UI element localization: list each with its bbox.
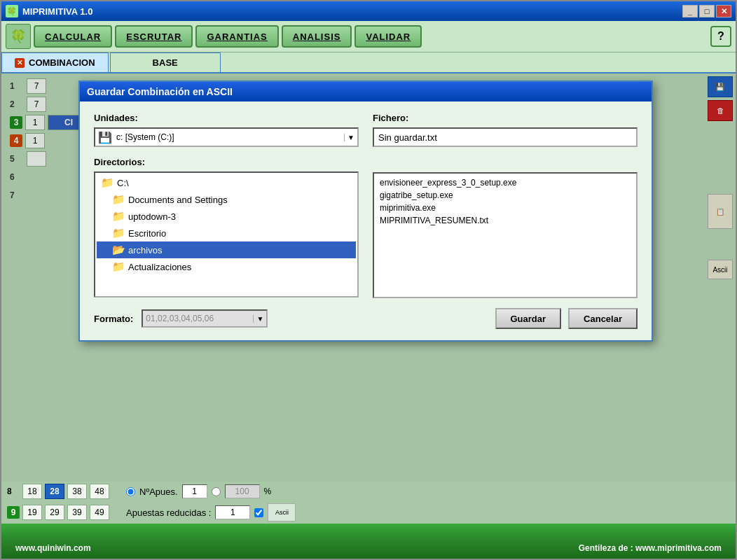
napues-label: NºApues. [139,486,178,497]
directorios-col: Directorios: 📁 C:\ 📁 [94,157,359,298]
drive-icon: 💾 [98,131,112,144]
reducidas-label: Apuestas reducidas : [126,507,211,518]
directory-list[interactable]: 📁 C:\ 📁 Documents and Settings [94,172,359,298]
num-19: 19 [22,505,42,520]
garantias-button[interactable]: GARANTIAS [195,25,278,48]
tab-combinacion[interactable]: ✕ COMBINACION [1,52,109,72]
dropdown-arrow-icon[interactable]: ▼ [344,134,354,141]
title-bar: 🍀 MIPRIMITIVA 1.0 _ □ ✕ [1,1,736,21]
file-item-3[interactable]: miprimitiva.exe [377,202,633,214]
dialog-buttons: Guardar Cancelar [495,308,638,329]
dir-item-actualizaciones[interactable]: 📁 Actualizaciones [97,258,356,275]
num-38: 38 [67,484,87,499]
dir-item-label: Escritorio [128,228,166,239]
fichero-input[interactable] [373,127,638,147]
folder-icon: 📁 [101,176,114,189]
unidades-value: c: [System (C:)] [116,132,344,142]
validar-button[interactable]: VALIDAR [354,25,422,48]
tab-close-icon[interactable]: ✕ [15,58,25,68]
napues-input[interactable] [182,484,207,498]
save-dialog: Guardar Combinación en ASCII Unidades: 💾… [78,80,653,342]
row-label-9: 9 [7,506,20,519]
formato-dropdown-icon[interactable]: ▼ [253,315,263,323]
file-list[interactable]: envisioneer_express_3_0_setup.exe gigatr… [373,172,638,298]
number-row-9-area: 9 19 29 39 49 Apuestas reducidas : Ascii [1,501,736,524]
fichero-label: Fichero: [373,113,638,123]
numbers-area: 1 7 2 7 3 1 CI 4 1 5 [1,74,736,482]
dialog-overlay: Guardar Combinación en ASCII Unidades: 💾… [1,74,736,482]
dir-list-items: 📁 C:\ 📁 Documents and Settings [95,173,357,276]
folder-icon: 📁 [112,193,125,206]
footer-right: Gentileza de : www.miprimitiva.com [579,543,722,553]
number-row-8-area: 8 18 28 38 48 NºApues. % [1,482,736,501]
grass-decoration-bottom [1,524,736,538]
tab-base[interactable]: BASE [110,52,221,72]
folder-icon: 📁 [112,210,125,223]
pct-input [225,484,260,498]
dir-item-escritorio[interactable]: 📁 Escritorio [97,225,356,241]
dialog-body: Unidades: 💾 c: [System (C:)] ▼ Fichero: [80,102,652,340]
footer-left: www.quiniwin.com [15,543,91,553]
main-window: 🍀 MIPRIMITIVA 1.0 _ □ ✕ 🍀 CALCULAR ESCRU… [0,0,737,560]
dialog-title-bar: Guardar Combinación en ASCII [80,82,652,102]
footer: www.quiniwin.com Gentileza de : www.mipr… [1,538,736,559]
escrutar-button[interactable]: ESCRUTAR [115,25,193,48]
file-item-2[interactable]: gigatribe_setup.exe [377,189,633,202]
num-48: 48 [90,484,109,499]
folder-icon: 📁 [112,227,125,239]
dir-item-label: C:\ [117,178,129,188]
toolbar: 🍀 CALCULAR ESCRUTAR GARANTIAS ANALISIS V… [1,21,736,52]
radio-pct[interactable] [212,487,221,496]
unidades-col: Unidades: 💾 c: [System (C:)] ▼ [94,113,359,147]
title-bar-left: 🍀 MIPRIMITIVA 1.0 [6,5,92,18]
dir-item-archivos[interactable]: 📂 archivos [97,241,356,258]
ascii-button[interactable]: Ascii [268,503,296,522]
dir-item-uptodown[interactable]: 📁 uptodown-3 [97,208,356,225]
window-title: MIPRIMITIVA 1.0 [22,6,92,17]
tab-bar: ✕ COMBINACION BASE [1,52,736,74]
reducidas-checkbox[interactable] [254,508,263,517]
radio-napues[interactable] [126,487,135,496]
app-icon: 🍀 [6,5,18,18]
app-logo-icon: 🍀 [6,24,31,49]
dialog-mid-row: Directorios: 📁 C:\ 📁 [94,157,638,298]
maximize-button[interactable]: □ [699,5,715,18]
analisis-button[interactable]: ANALISIS [282,25,352,48]
calcular-button[interactable]: CALCULAR [34,25,112,48]
tab-combinacion-label: COMBINACION [29,57,95,68]
fichero-col: Fichero: [373,113,638,147]
num-18: 18 [22,484,42,499]
formato-value: 01,02,03,04,05,06 [146,314,253,323]
title-bar-buttons: _ □ ✕ [682,5,731,18]
dialog-title-text: Guardar Combinación en ASCII [87,86,233,97]
dir-item-label: Documents and Settings [128,195,228,205]
napues-section: NºApues. % [126,484,271,498]
folder-icon: 📁 [112,260,125,273]
files-col: envisioneer_express_3_0_setup.exe gigatr… [373,157,638,298]
content-area: 1 7 2 7 3 1 CI 4 1 5 [1,74,736,538]
dir-item-docset[interactable]: 📁 Documents and Settings [97,191,356,208]
dir-item-label: uptodown-3 [128,211,176,222]
file-item-4[interactable]: MIPRIMITIVA_RESUMEN.txt [377,214,633,227]
num-28: 28 [45,484,64,499]
guardar-button[interactable]: Guardar [495,308,562,329]
dir-item-label: Actualizaciones [128,262,191,272]
dialog-top-row: Unidades: 💾 c: [System (C:)] ▼ Fichero: [94,113,638,147]
minimize-button[interactable]: _ [682,5,698,18]
dialog-bottom-row: Formato: 01,02,03,04,05,06 ▼ Guardar Can… [94,308,638,329]
num-49: 49 [90,505,109,520]
formato-select-wrapper[interactable]: 01,02,03,04,05,06 ▼ [142,309,268,328]
help-button[interactable]: ? [710,26,731,47]
num-39: 39 [67,505,87,520]
close-button[interactable]: ✕ [716,5,731,18]
cancelar-button[interactable]: Cancelar [568,308,638,329]
file-item-1[interactable]: envisioneer_express_3_0_setup.exe [377,176,633,189]
formato-label: Formato: [94,314,133,324]
tab-base-label: BASE [153,57,178,68]
folder-open-icon: 📂 [112,244,125,256]
unidades-select-wrapper[interactable]: 💾 c: [System (C:)] ▼ [94,127,359,147]
unidades-label: Unidades: [94,113,359,123]
pct-label: % [264,486,272,496]
dir-item-c[interactable]: 📁 C:\ [97,174,356,191]
reducidas-input[interactable] [215,505,250,519]
